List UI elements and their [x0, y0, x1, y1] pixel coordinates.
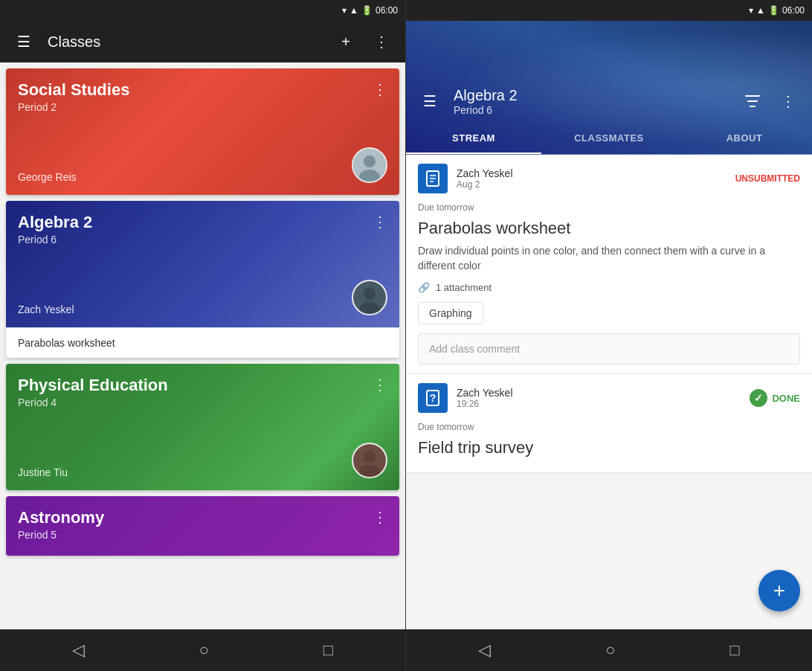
teacher-name: George Reis — [18, 171, 77, 183]
class-period: Period 4 — [18, 396, 168, 408]
battery-icon-right: 🔋 — [768, 5, 779, 16]
recents-button-right[interactable]: □ — [730, 640, 740, 660]
class-name: Algebra 2 — [18, 213, 92, 232]
card-banner-social-studies: Social Studies Period 2 ⋮ George Reis — [6, 68, 399, 195]
wifi-icon-right: ▾ — [749, 5, 753, 16]
class-period: Period 5 — [18, 529, 104, 541]
svg-point-4 — [364, 288, 376, 300]
assignment-icon — [418, 164, 448, 193]
assignment-header: Zach Yeskel Aug 2 UNSUBMITTED — [406, 155, 812, 199]
battery-icon: 🔋 — [361, 5, 373, 16]
svg-text:?: ? — [430, 392, 436, 404]
assignment-author-2: Zach Yeskel — [457, 387, 741, 399]
assignment-title: Parabolas worksheet — [418, 219, 800, 238]
status-bar-right: ▾ ▲ 🔋 06:00 — [406, 0, 812, 21]
class-title: Algebra 2 — [454, 87, 729, 104]
add-class-comment-input[interactable]: Add class comment — [418, 333, 800, 365]
status-bar-left: ▾ ▲ 🔋 06:00 — [0, 0, 405, 21]
assignment-description: Draw individual points in one color, and… — [418, 244, 800, 273]
svg-rect-11 — [750, 106, 755, 107]
home-button-right[interactable]: ○ — [605, 640, 615, 660]
class-name: Physical Education — [18, 376, 168, 395]
status-icons-left: ▾ ▲ 🔋 06:00 — [342, 5, 398, 16]
card-footer: Justine Tiu — [18, 443, 387, 478]
attachment-count: 1 attachment — [436, 282, 492, 293]
attachment-chip-graphing[interactable]: Graphing — [418, 302, 483, 324]
signal-icon: ▲ — [349, 5, 358, 16]
filter-button[interactable] — [741, 89, 764, 113]
done-check-icon: ✓ — [750, 389, 767, 407]
back-button-right[interactable]: ◁ — [478, 640, 491, 660]
class-period: Period 2 — [18, 101, 129, 113]
card-more-button[interactable]: ⋮ — [373, 508, 387, 526]
teacher-avatar-george — [352, 147, 387, 183]
assignment-status: UNSUBMITTED — [735, 173, 800, 184]
svg-point-1 — [364, 155, 376, 167]
menu-button-right[interactable]: ☰ — [418, 89, 442, 113]
card-more-button[interactable]: ⋮ — [373, 213, 387, 231]
tab-classmates[interactable]: CLASSMATES — [541, 122, 677, 154]
assignment-due: Due tomorrow — [418, 202, 800, 213]
page-title: Classes — [48, 33, 322, 51]
recents-button[interactable]: □ — [323, 640, 333, 660]
tab-about[interactable]: ABOUT — [677, 122, 812, 154]
wifi-icon: ▾ — [342, 5, 347, 16]
assignment-date: Aug 2 — [457, 179, 726, 190]
teacher-avatar-zach — [352, 280, 387, 315]
assignment-author: Zach Yeskel — [457, 167, 726, 179]
class-subtitle: Period 6 — [454, 104, 729, 116]
right-toolbar: ☰ Algebra 2 Period 6 ⋮ — [406, 80, 812, 122]
signal-icon-right: ▲ — [756, 5, 765, 16]
card-footer: Zach Yeskel — [18, 280, 387, 315]
right-header: ☰ Algebra 2 Period 6 ⋮ STREAM CLASSMATES — [406, 21, 812, 155]
assignment-name: Parabolas worksheet — [18, 337, 115, 349]
teacher-name: Justine Tiu — [18, 466, 68, 478]
assignment-body: Due tomorrow Parabolas worksheet Draw in… — [406, 199, 812, 333]
svg-rect-10 — [747, 100, 758, 102]
assignment-title-2: Field trip survey — [418, 438, 800, 458]
add-class-button[interactable]: + — [334, 30, 358, 54]
toolbar-titles: Algebra 2 Period 6 — [454, 87, 729, 116]
class-card-social-studies[interactable]: Social Studies Period 2 ⋮ George Reis — [6, 68, 399, 195]
assignment-date-2: 19:26 — [457, 399, 741, 409]
class-name: Astronomy — [18, 508, 104, 527]
card-more-button[interactable]: ⋮ — [373, 80, 387, 98]
done-label: DONE — [772, 393, 800, 404]
svg-point-7 — [364, 451, 376, 463]
card-footer: George Reis — [18, 147, 387, 183]
tab-stream[interactable]: STREAM — [406, 122, 541, 154]
tabs: STREAM CLASSMATES ABOUT — [406, 122, 812, 155]
class-card-astronomy[interactable]: Astronomy Period 5 ⋮ — [6, 496, 399, 556]
card-more-button[interactable]: ⋮ — [373, 376, 387, 394]
card-header: Social Studies Period 2 ⋮ — [18, 80, 387, 113]
attachment-row: 🔗 1 attachment — [418, 282, 800, 293]
card-assignment: Parabolas worksheet — [6, 327, 399, 358]
toolbar-actions: + ⋮ — [334, 30, 393, 54]
more-options-button[interactable]: ⋮ — [370, 30, 393, 54]
home-button[interactable]: ○ — [199, 640, 209, 660]
assignment-body-2: Due tomorrow Field trip survey — [406, 419, 812, 472]
back-button[interactable]: ◁ — [72, 640, 85, 660]
assignment-done-status: ✓ DONE — [750, 389, 800, 407]
left-phone: ▾ ▲ 🔋 06:00 ☰ Classes + ⋮ Social Studies… — [0, 0, 406, 671]
menu-button[interactable]: ☰ — [12, 30, 36, 54]
time-left: 06:00 — [376, 5, 398, 16]
card-header: Astronomy Period 5 ⋮ — [18, 508, 387, 541]
more-options-button-right[interactable]: ⋮ — [776, 89, 800, 113]
time-right: 06:00 — [782, 5, 805, 16]
assignment-card-parabolas[interactable]: Zach Yeskel Aug 2 UNSUBMITTED Due tomorr… — [406, 155, 812, 374]
card-header: Algebra 2 Period 6 ⋮ — [18, 213, 387, 245]
assignment-meta-2: Zach Yeskel 19:26 — [457, 387, 741, 409]
class-card-phys-ed[interactable]: Physical Education Period 4 ⋮ Justine Ti… — [6, 364, 399, 490]
fab-button[interactable]: + — [758, 570, 800, 611]
card-banner-astronomy: Astronomy Period 5 ⋮ — [6, 496, 399, 556]
class-card-algebra2[interactable]: Algebra 2 Period 6 ⋮ Zach Yeskel — [6, 201, 399, 358]
teacher-name: Zach Yeskel — [18, 304, 74, 315]
class-period: Period 6 — [18, 234, 92, 245]
card-banner-algebra2: Algebra 2 Period 6 ⋮ Zach Yeskel — [6, 201, 399, 327]
assignment-card-field-trip[interactable]: ? Zach Yeskel 19:26 ✓ DONE Due tomorrow … — [406, 374, 812, 473]
card-banner-phys-ed: Physical Education Period 4 ⋮ Justine Ti… — [6, 364, 399, 490]
status-icons-right: ▾ ▲ 🔋 06:00 — [749, 5, 805, 16]
assignment-header-2: ? Zach Yeskel 19:26 ✓ DONE — [406, 374, 812, 419]
class-name: Social Studies — [18, 80, 129, 100]
